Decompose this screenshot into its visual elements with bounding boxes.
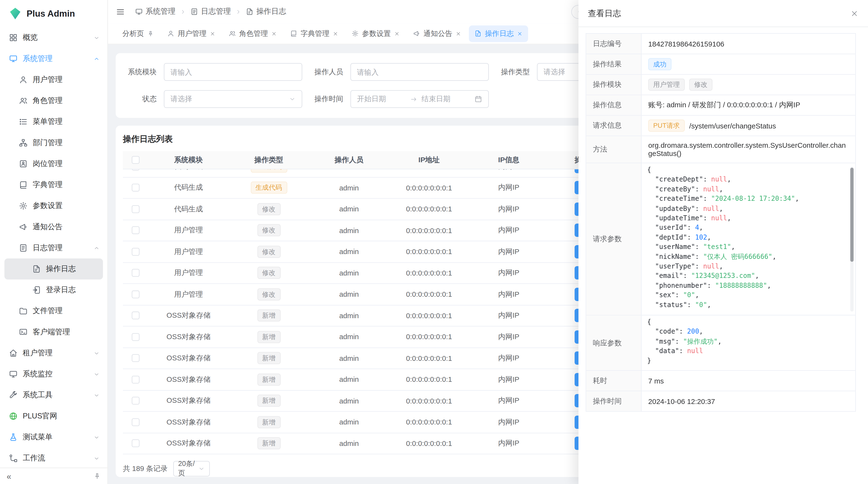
row-checkbox[interactable] — [132, 248, 140, 256]
sidebar-item-system-management[interactable]: 系统管理 — [0, 48, 107, 69]
row-checkbox[interactable] — [132, 290, 140, 298]
cell-operator: admin — [309, 397, 389, 405]
user-icon — [19, 75, 28, 84]
tab-close-icon[interactable] — [333, 31, 338, 36]
cell-ip-info: 内网IP — [469, 375, 549, 384]
tab-close-icon[interactable] — [517, 31, 523, 36]
globe-icon — [9, 412, 18, 421]
collapse-sidebar-button[interactable]: « — [7, 472, 11, 480]
page-size-select[interactable]: 20条/页 — [173, 461, 210, 476]
tab-close-icon[interactable] — [394, 31, 400, 36]
cell-ip: 0:0:0:0:0:0:0:1 — [389, 397, 469, 405]
chevron-up-icon — [94, 245, 100, 251]
sidebar-item-overview[interactable]: 概览 — [0, 27, 107, 48]
column-header: 系统模块 — [148, 155, 228, 165]
sidebar-item-operation-log[interactable]: 操作日志 — [4, 258, 103, 279]
pin-icon[interactable] — [147, 30, 154, 37]
tab-notice[interactable]: 通知公告 — [407, 25, 467, 42]
tab-close-icon[interactable] — [456, 31, 461, 36]
breadcrumb-item[interactable]: 日志管理 — [190, 7, 231, 17]
operation-type-tag: 生成代码 — [250, 182, 287, 194]
tab-param-settings[interactable]: 参数设置 — [346, 25, 405, 42]
cell-operator: admin — [309, 205, 389, 213]
sidebar-item-workflow[interactable]: 工作流 — [0, 448, 107, 467]
result-tag: 成功 — [648, 58, 671, 70]
module-label: 操作模块 — [586, 75, 642, 95]
breadcrumb-item[interactable]: 系统管理 — [135, 7, 176, 17]
sidebar-item-login-log[interactable]: 登录日志 — [0, 279, 107, 300]
row-checkbox[interactable] — [132, 418, 140, 426]
row-checkbox[interactable] — [132, 333, 140, 341]
cell-ip-info: 内网IP — [469, 225, 549, 235]
tab-user-management[interactable]: 用户管理 — [161, 25, 221, 42]
sidebar-item-dict-management[interactable]: 字典管理 — [0, 174, 107, 195]
sidebar-item-notice[interactable]: 通知公告 — [0, 217, 107, 237]
tab-close-icon[interactable] — [210, 31, 215, 36]
sidebar-item-system-tools[interactable]: 系统工具 — [0, 385, 107, 406]
book-icon — [19, 180, 28, 189]
desc-row-result: 操作结果 成功 — [586, 54, 855, 75]
row-checkbox[interactable] — [132, 354, 140, 362]
hamburger-menu-icon[interactable] — [116, 7, 125, 17]
sidebar-item-dept-management[interactable]: 部门管理 — [0, 132, 107, 153]
sidebar-item-label: 客户端管理 — [33, 327, 70, 337]
row-checkbox[interactable] — [132, 205, 140, 213]
sidebar-item-menu-management[interactable]: 菜单管理 — [0, 111, 107, 132]
row-checkbox[interactable] — [132, 184, 140, 192]
select-all-checkbox[interactable] — [132, 156, 140, 164]
tenant-icon — [9, 349, 18, 357]
request-params-code: { "createDept": null, "createBy": null, … — [647, 165, 850, 311]
cell-operator: admin — [309, 333, 389, 341]
log-descriptions: 日志编号 1842781986426159106 操作结果 成功 操作模块 用户… — [586, 33, 856, 412]
row-checkbox[interactable] — [132, 312, 140, 319]
sidebar-item-param-settings[interactable]: 参数设置 — [0, 195, 107, 216]
status-select[interactable]: 请选择 — [164, 90, 302, 108]
sidebar-item-plus-website[interactable]: PLUS官网 — [0, 406, 107, 427]
sidebar-item-post-management[interactable]: 岗位管理 — [0, 153, 107, 174]
sidebar-item-label: 系统工具 — [23, 390, 53, 400]
time-range-picker[interactable]: 开始日期 结束日期 — [350, 90, 489, 108]
drawer-close-icon[interactable] — [850, 9, 859, 18]
sidebar-item-test-menu[interactable]: 测试菜单 — [0, 427, 107, 448]
sidebar-item-system-monitor[interactable]: 系统监控 — [0, 363, 107, 384]
tab-analysis[interactable]: 分析页 — [117, 25, 159, 42]
scrollbar-track — [850, 167, 854, 312]
info-label: 操作信息 — [586, 95, 642, 115]
sidebar-item-tenant-management[interactable]: 租户管理 — [0, 343, 107, 363]
app-logo-block[interactable]: Plus Admin — [0, 0, 107, 27]
scrollbar-thumb[interactable] — [850, 168, 854, 262]
row-checkbox[interactable] — [132, 397, 140, 405]
module-field-label: 系统模块 — [116, 67, 157, 77]
pin-sidebar-icon[interactable] — [94, 473, 101, 480]
module-input[interactable] — [164, 63, 302, 81]
app-root: Plus Admin 概览系统管理用户管理角色管理菜单管理部门管理岗位管理字典管… — [0, 0, 868, 484]
doc-edit-icon — [474, 30, 482, 37]
app-title: Plus Admin — [27, 9, 75, 19]
sidebar-item-user-management[interactable]: 用户管理 — [0, 69, 107, 90]
tab-role-management[interactable]: 角色管理 — [223, 25, 282, 42]
row-checkbox[interactable] — [132, 269, 140, 277]
row-checkbox[interactable] — [132, 440, 140, 447]
tab-dict-management[interactable]: 字典管理 — [284, 25, 344, 42]
sidebar-item-label: 角色管理 — [33, 96, 62, 105]
flow-icon — [9, 454, 18, 463]
row-checkbox[interactable] — [132, 376, 140, 383]
type-field-label: 操作类型 — [489, 67, 530, 77]
cell-module: OSS对象存储 — [148, 332, 228, 342]
tab-operation-log[interactable]: 操作日志 — [469, 25, 528, 42]
cell-ip-info: 内网IP — [469, 417, 549, 427]
cell-ip: 0:0:0:0:0:0:0:1 — [389, 312, 469, 320]
sidebar-item-role-management[interactable]: 角色管理 — [0, 90, 107, 111]
sidebar-item-client-management[interactable]: 客户端管理 — [0, 322, 107, 343]
users-icon — [19, 96, 28, 105]
row-checkbox[interactable] — [132, 169, 140, 170]
sidebar-item-file-management[interactable]: 文件管理 — [0, 300, 107, 322]
tab-close-icon[interactable] — [271, 31, 277, 36]
operation-type-tag: 新增 — [257, 352, 280, 364]
desc-row-method: 方法 org.dromara.system.controller.system.… — [586, 136, 855, 163]
row-checkbox[interactable] — [132, 227, 140, 234]
breadcrumb-item[interactable]: 操作日志 — [246, 7, 286, 17]
operator-input[interactable] — [350, 63, 489, 81]
horn-icon — [413, 30, 420, 37]
sidebar-item-log-management[interactable]: 日志管理 — [0, 237, 107, 258]
